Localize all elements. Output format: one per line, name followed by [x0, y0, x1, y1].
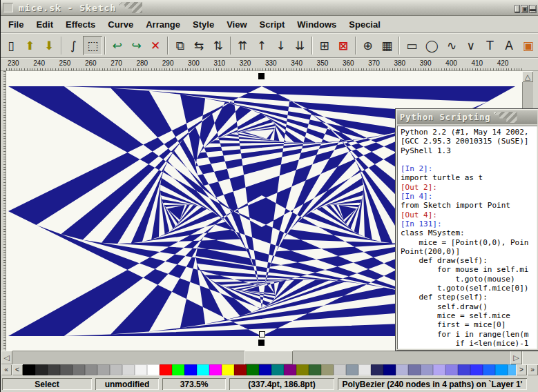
color-swatch[interactable]	[271, 364, 284, 375]
horizontal-scroll-thumb[interactable]	[244, 351, 293, 364]
menu-item-special[interactable]: Special	[343, 17, 387, 32]
python-scripting-title-bar[interactable]: Python Scripting	[397, 110, 537, 124]
freehand-tool-button[interactable]: ∿	[442, 36, 461, 55]
color-swatch[interactable]	[309, 364, 321, 375]
color-swatch[interactable]	[346, 364, 358, 375]
color-swatch[interactable]	[73, 364, 85, 375]
edit-points-tool-button[interactable]: ∫	[64, 36, 84, 55]
group-button[interactable]: ⊞	[315, 36, 334, 55]
new-document-button[interactable]: ▯	[1, 36, 21, 55]
color-swatch[interactable]	[371, 364, 383, 375]
color-swatch[interactable]	[234, 364, 247, 375]
color-swatch[interactable]	[470, 364, 483, 375]
color-swatch[interactable]	[23, 364, 35, 375]
shade-button[interactable]: ▬	[530, 6, 536, 12]
image-tool-button[interactable]: ▣	[519, 36, 538, 55]
minimize-button[interactable]: ▁	[515, 6, 520, 12]
python-scripting-window[interactable]: Python Scripting Python 2.2 (#1, May 14 …	[396, 109, 538, 351]
color-swatch[interactable]	[147, 364, 160, 375]
window-menu-icon[interactable]	[3, 3, 13, 12]
color-swatch[interactable]	[383, 364, 396, 375]
color-swatch[interactable]	[135, 364, 147, 375]
redo-button[interactable]: ↪	[127, 36, 146, 55]
menu-item-view[interactable]: View	[220, 17, 253, 32]
delete-button[interactable]: ✕	[146, 36, 165, 55]
color-swatch[interactable]	[259, 364, 271, 375]
horizontal-scrollbar[interactable]: ◁ ▷	[1, 351, 522, 364]
color-swatch[interactable]	[334, 364, 346, 375]
zoom-tool-button[interactable]: ⊕	[358, 36, 378, 55]
move-up-button[interactable]: ↑	[252, 36, 271, 55]
move-to-bottom-button[interactable]: ⇊	[290, 36, 309, 55]
color-swatch[interactable]	[160, 364, 172, 375]
field-text-tool-button[interactable]: A	[499, 36, 519, 55]
rectangle-tool-button[interactable]: ▭	[402, 36, 421, 55]
color-swatch[interactable]	[284, 364, 296, 375]
palette-scroll-right-button[interactable]: >	[516, 364, 527, 375]
ungroup-button[interactable]: ⊠	[334, 36, 353, 55]
color-swatch[interactable]	[508, 364, 516, 375]
duplicate-button[interactable]: ⧉	[171, 36, 190, 55]
select-tool-button[interactable]: ⬚	[83, 36, 102, 55]
color-swatch[interactable]	[97, 364, 110, 375]
menu-item-arrange[interactable]: Arrange	[140, 17, 186, 32]
python-console[interactable]: Python 2.2 (#1, May 14 2002,[GCC 2.95.3 …	[397, 126, 537, 349]
color-swatch[interactable]	[85, 364, 97, 375]
grid-toggle-button[interactable]: ▦	[377, 36, 396, 55]
scroll-right-button[interactable]: ▷	[510, 351, 522, 364]
polyline-tool-button[interactable]: ∨	[461, 36, 481, 55]
color-swatch[interactable]	[396, 364, 408, 375]
menu-item-curve[interactable]: Curve	[102, 17, 140, 32]
color-swatch[interactable]	[495, 364, 508, 375]
color-swatch[interactable]	[60, 364, 73, 375]
selection-handle-top[interactable]	[258, 73, 265, 79]
color-swatch[interactable]	[35, 364, 48, 375]
color-swatch[interactable]	[48, 364, 60, 375]
palette-scroll-end-button[interactable]: »	[527, 364, 538, 375]
ellipse-tool-button[interactable]: ◯	[421, 36, 442, 55]
flip-vertical-button[interactable]: ⇅	[209, 36, 228, 55]
menu-item-file[interactable]: File	[2, 17, 30, 32]
color-swatch[interactable]	[433, 364, 445, 375]
color-swatch[interactable]	[421, 364, 433, 375]
menu-item-effects[interactable]: Effects	[59, 17, 102, 32]
color-swatch[interactable]	[122, 364, 135, 375]
color-swatch[interactable]	[483, 364, 495, 375]
move-down-button[interactable]: ↓	[271, 36, 291, 55]
save-document-button[interactable]: ⬇	[39, 36, 59, 55]
palette-scroll-start-button[interactable]: «	[1, 364, 12, 375]
color-swatch[interactable]	[247, 364, 259, 375]
palette-scroll-left-button[interactable]: <	[12, 364, 23, 375]
undo-button[interactable]: ↩	[108, 36, 127, 55]
move-to-top-button[interactable]: ⇈	[233, 36, 252, 55]
python-scripting-title: Python Scripting	[400, 112, 491, 122]
menu-item-script[interactable]: Script	[253, 17, 291, 32]
selection-anchor-node[interactable]	[259, 331, 265, 337]
title-bar[interactable]: mice.sk - Sketch ▁▣▬	[1, 0, 538, 16]
color-swatch[interactable]	[184, 364, 197, 375]
color-swatch[interactable]	[358, 364, 371, 375]
color-swatch[interactable]	[209, 364, 222, 375]
toolbar-separator	[104, 37, 106, 55]
color-swatch[interactable]	[445, 364, 458, 375]
ruler-label: 370	[368, 59, 380, 67]
selection-handle-bottom[interactable]	[258, 340, 265, 346]
color-swatch[interactable]	[408, 364, 421, 375]
color-swatch[interactable]	[172, 364, 184, 375]
color-swatch[interactable]	[458, 364, 470, 375]
menu-item-windows[interactable]: Windows	[291, 17, 343, 32]
menu-item-edit[interactable]: Edit	[30, 17, 59, 32]
scroll-left-button[interactable]: ◁	[1, 351, 12, 364]
flip-horizontal-button[interactable]: ⇆	[189, 36, 209, 55]
color-swatch[interactable]	[197, 364, 209, 375]
maximize-button[interactable]: ▣	[521, 6, 528, 12]
scroll-up-button[interactable]: △	[522, 71, 533, 82]
color-swatch[interactable]	[296, 364, 309, 375]
open-document-button[interactable]: ⬆	[21, 36, 40, 55]
text-tool-button[interactable]: T	[481, 36, 500, 55]
horizontal-scroll-trough[interactable]	[12, 351, 510, 364]
color-swatch[interactable]	[110, 364, 122, 375]
color-swatch[interactable]	[321, 364, 334, 375]
menu-item-style[interactable]: Style	[186, 17, 220, 32]
color-swatch[interactable]	[222, 364, 234, 375]
